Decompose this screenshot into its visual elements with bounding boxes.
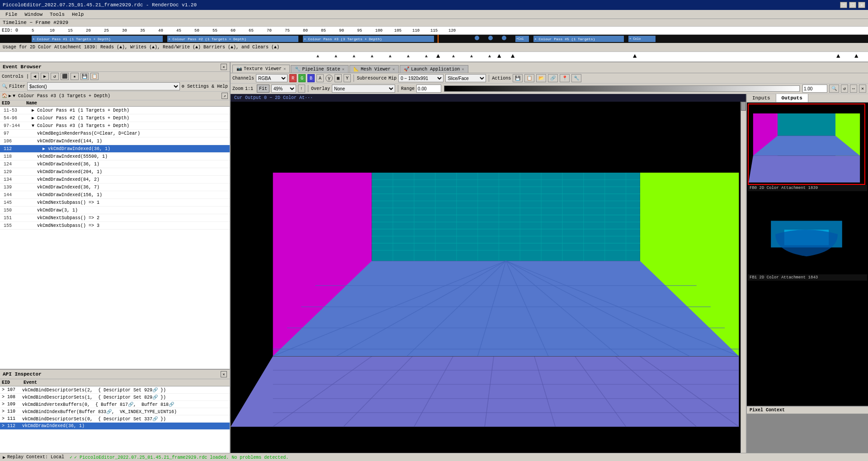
breadcrumb-close[interactable]: ↗ xyxy=(222,93,228,99)
menu-file[interactable]: File xyxy=(2,11,21,18)
action-wrench[interactable]: 🔧 xyxy=(571,74,581,82)
slice-select[interactable]: Slice/Face xyxy=(445,74,486,82)
api-row-108[interactable]: > 108 vkCmdBindDescriptorSets(1, { Descr… xyxy=(0,394,230,401)
col-eid: EID xyxy=(2,101,26,106)
mip-label: Mip xyxy=(388,76,396,81)
timeline-pass-4[interactable]: +Col xyxy=(515,36,529,42)
range-close[interactable]: ✕ xyxy=(859,85,866,93)
filter-select[interactable]: $action() xyxy=(27,82,180,90)
tab-texture-viewer[interactable]: 📷 Texture Viewer ✕ xyxy=(232,65,290,73)
event-row-118[interactable]: 118 vkCmdDrawIndexed(55500, 1) xyxy=(0,153,230,160)
ctrl-back[interactable]: ◀ xyxy=(31,73,39,80)
timeline-pass-1[interactable]: + Colour Pass #1 (1 Targets + Depth) xyxy=(32,36,163,42)
tab-tv-close[interactable]: ✕ xyxy=(283,66,286,71)
tab-la-close[interactable]: ✕ xyxy=(462,67,464,72)
zoom-select[interactable]: 49% 25% 50% 100% xyxy=(271,85,296,93)
timeline-pass-6[interactable]: + Colo xyxy=(628,36,656,42)
btn-b[interactable]: B xyxy=(307,74,315,82)
tab-pipeline-state[interactable]: 🔧 Pipeline State ✕ xyxy=(291,65,348,73)
api-row-109[interactable]: > 109 vkCmdBindVertexBuffers(0, { Buffer… xyxy=(0,401,230,408)
timeline-markers[interactable]: ▲ ▲ ▲ ▲ ▲ ▲ ▲ ▲ ▲ ▲ ▲ ▲ ▲ ▲ ▲ ▲ xyxy=(0,52,868,62)
api-row-110[interactable]: > 110 vkCmdBindIndexBuffer(Buffer 833🔗, … xyxy=(0,408,230,415)
ctrl-stop[interactable]: ⬛ xyxy=(61,73,69,80)
event-row-97144[interactable]: 97-144 ▼ Colour Pass #3 (3 Targets + Dep… xyxy=(0,122,230,130)
btn-g[interactable]: G xyxy=(298,74,306,82)
tab-mesh-viewer[interactable]: 📐 Mesh Viewer ✕ xyxy=(349,65,399,73)
timeline-pass-5[interactable]: + Colour Pass #5 (1 Targets) xyxy=(533,36,624,42)
thumbnail-fb0[interactable]: FB0 2D Color Attachment 1839 xyxy=(747,103,868,192)
btn-r[interactable]: R xyxy=(289,74,297,82)
btn-circle-gamma[interactable]: γ xyxy=(326,75,333,82)
tab-mv-close[interactable]: ✕ xyxy=(392,67,395,72)
ctrl-save[interactable]: 💾 xyxy=(80,73,89,80)
event-row-144[interactable]: 144 vkCmdDrawIndexed(156, 1) xyxy=(0,191,230,199)
action-chain[interactable]: 🔗 xyxy=(548,74,558,82)
eid-145: 145 xyxy=(2,200,24,205)
api-row-111[interactable]: > 111 vkCmdBindDescriptorSets(0, { Descr… xyxy=(0,415,230,423)
action-locate[interactable]: 📍 xyxy=(560,74,570,82)
ctrl-star[interactable]: ★ xyxy=(71,73,79,80)
outputs-tab[interactable]: Outputs xyxy=(776,94,808,102)
fit-btn[interactable]: Fit xyxy=(257,85,269,93)
event-row-155[interactable]: 155 vkCmdNextSubpass() => 3 xyxy=(0,222,230,230)
eid-tick-115: 115 xyxy=(430,28,438,33)
action-save[interactable]: 💾 xyxy=(513,74,523,82)
timeline-pass-2[interactable]: + Colour Pass #2 (1 Targets + Depth) xyxy=(167,36,298,42)
event-row-106[interactable]: 106 vkCmdDrawIndexed(144, 1) xyxy=(0,137,230,145)
inputs-tab[interactable]: Inputs xyxy=(747,94,776,102)
event-row-5496[interactable]: 54-96 ▶ Colour Pass #2 (1 Targets + Dept… xyxy=(0,114,230,122)
checkmark-icon: ✓ xyxy=(70,455,72,460)
event-browser-close[interactable]: ✕ xyxy=(221,64,227,70)
btn-histogram[interactable]: ▦ xyxy=(335,74,342,82)
api-inspector-close[interactable]: ✕ xyxy=(221,371,227,377)
range-min-input[interactable] xyxy=(416,85,441,93)
range-max-input[interactable] xyxy=(802,85,827,93)
timeline-passes[interactable]: + Colour Pass #1 (1 Targets + Depth) + C… xyxy=(0,35,868,43)
event-row-145[interactable]: 145 vkCmdNextSubpass() => 1 xyxy=(0,199,230,207)
event-row-97[interactable]: 97 vkCmdBeginRenderPass(C=Clear, D=Clear… xyxy=(0,130,230,137)
canvas-area[interactable] xyxy=(231,102,746,461)
breadcrumb-text: ▼ Colour Pass #3 (3 Targets + Depth) xyxy=(13,94,110,99)
action-copy[interactable]: 📋 xyxy=(524,74,534,82)
event-row-139[interactable]: 139 vkCmdDrawIndexed(36, 7) xyxy=(0,183,230,191)
scrollbar-thumb-v[interactable] xyxy=(741,102,746,111)
menu-help[interactable]: Help xyxy=(68,11,87,18)
action-open[interactable]: 📂 xyxy=(536,74,546,82)
menu-tools[interactable]: Tools xyxy=(46,11,68,18)
tab-ps-close[interactable]: ✕ xyxy=(342,67,344,72)
api-row-107[interactable]: > 107 vkCmdBindDescriptorSets(2, { Descr… xyxy=(0,386,230,394)
event-row-151[interactable]: 151 vkCmdNextSubpass() => 2 xyxy=(0,214,230,222)
timeline-pass-3[interactable]: + Colour Pass #3 (3 Targets + Depth) xyxy=(303,36,434,42)
tab-launch-app[interactable]: 🚀 Launch Application ✕ xyxy=(400,65,468,73)
close-btn[interactable]: ✕ xyxy=(858,2,865,8)
event-row-150[interactable]: 150 vkCmdDraw(3, 1) xyxy=(0,207,230,214)
channels-select[interactable]: RGBA xyxy=(256,74,288,82)
mip-select[interactable]: 0 − 1920x991 xyxy=(398,74,443,82)
overlay-select[interactable]: None xyxy=(332,85,395,93)
menu-window[interactable]: Window xyxy=(21,11,46,18)
event-tree[interactable]: 11-53 ▶ Colour Pass #1 (1 Targets + Dept… xyxy=(0,107,230,369)
zoom-up-btn[interactable]: ↑ xyxy=(298,85,305,93)
eid-139: 139 xyxy=(2,185,24,190)
api-row-112[interactable]: > 112 vkCmdDrawIndexed(36, 1) xyxy=(0,423,230,430)
btn-a[interactable]: A xyxy=(316,74,324,82)
event-row-134[interactable]: 134 vkCmdDrawIndexed(84, 2) xyxy=(0,176,230,183)
event-row-112[interactable]: 112 ▶ vkCmdDrawIndexed(36, 1) xyxy=(0,145,230,153)
api-table[interactable]: > 107 vkCmdBindDescriptorSets(2, { Descr… xyxy=(0,386,230,461)
timeline-ruler[interactable]: EID: 0 5 10 15 20 25 30 35 40 45 50 55 6… xyxy=(0,27,868,35)
range-zoom-in[interactable]: 🔍 xyxy=(829,85,839,93)
ctrl-refresh[interactable]: ↺ xyxy=(51,73,59,80)
range-reset[interactable]: ↺ xyxy=(841,85,848,93)
settings-help[interactable]: ⚙ Settings & Help xyxy=(182,84,228,89)
vertical-scrollbar[interactable] xyxy=(741,102,746,461)
maximize-btn[interactable]: □ xyxy=(849,2,856,8)
minimize-btn[interactable]: − xyxy=(840,2,847,8)
range-expand[interactable]: ↔ xyxy=(850,85,857,93)
event-row-1153[interactable]: 11-53 ▶ Colour Pass #1 (1 Targets + Dept… xyxy=(0,107,230,114)
thumbnail-fb1[interactable]: FB1 2D Color Attachment 1843 xyxy=(747,192,868,282)
ctrl-copy[interactable]: 📋 xyxy=(90,73,99,80)
btn-y[interactable]: Y xyxy=(344,74,351,82)
ctrl-forward[interactable]: ▶ xyxy=(41,73,49,80)
event-row-129[interactable]: 129 vkCmdDrawIndexed(204, 1) xyxy=(0,168,230,176)
event-row-124[interactable]: 124 vkCmdDrawIndexed(36, 1) xyxy=(0,160,230,168)
